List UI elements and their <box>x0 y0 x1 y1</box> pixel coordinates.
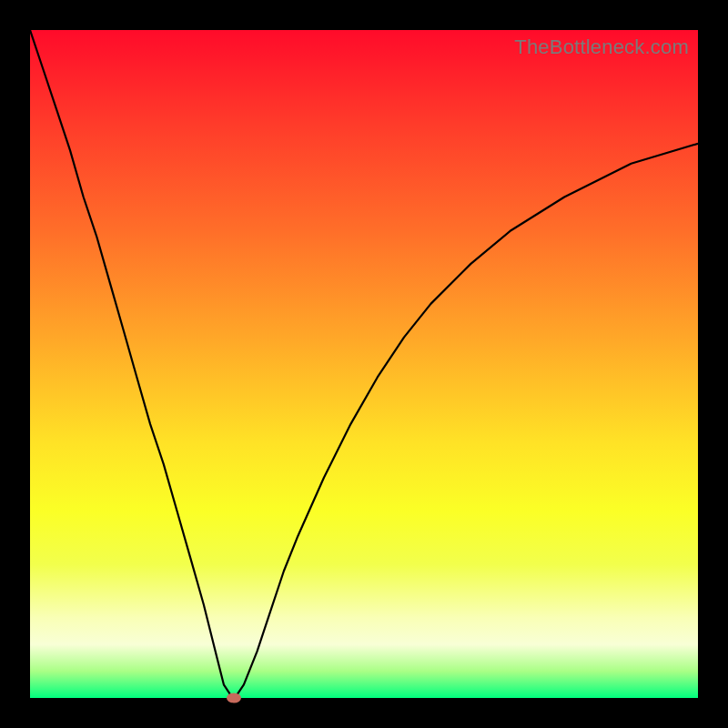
chart-frame: TheBottleneck.com <box>0 0 728 728</box>
curve-path <box>30 30 698 694</box>
plot-area: TheBottleneck.com <box>30 30 698 698</box>
bottleneck-curve <box>30 30 698 698</box>
minimum-marker <box>227 693 241 703</box>
